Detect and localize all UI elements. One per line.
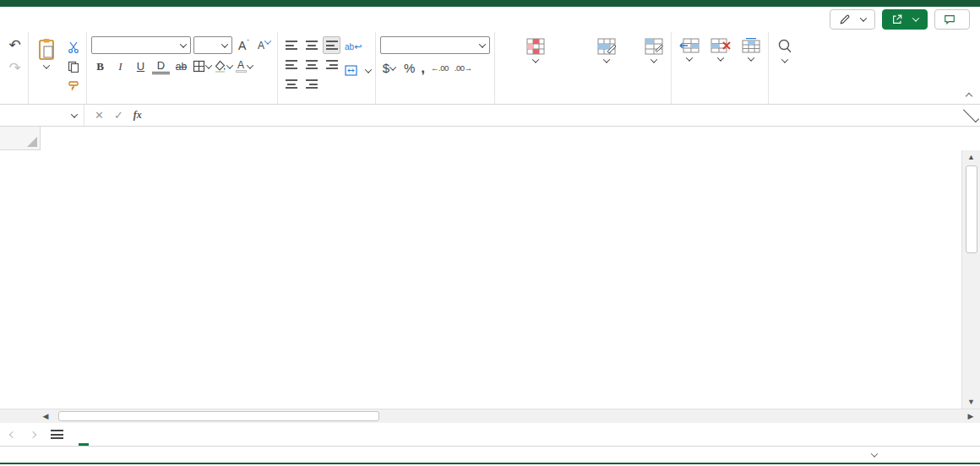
chevron-down-icon (71, 111, 78, 117)
strikethrough-button[interactable]: ab (172, 57, 190, 75)
conditional-formatting-button[interactable] (499, 36, 572, 65)
horizontal-scroll-thumb[interactable] (58, 411, 379, 421)
merge-center-button[interactable] (345, 62, 371, 79)
grid-rows (0, 150, 961, 409)
bold-button[interactable]: B (91, 57, 109, 75)
editing-menu-button[interactable] (773, 36, 797, 65)
name-box[interactable] (0, 105, 84, 126)
menu-actions (830, 9, 970, 30)
status-options-chevron-icon[interactable] (871, 450, 878, 457)
fill-color-button[interactable] (214, 57, 232, 75)
sheet-tab-sheet1[interactable] (79, 423, 89, 446)
number-format-select[interactable] (380, 36, 490, 54)
insert-cells-icon (679, 38, 700, 53)
align-center-button[interactable] (302, 56, 320, 73)
select-all-corner[interactable] (0, 127, 41, 150)
chevron-down-icon (389, 63, 396, 70)
align-middle-button[interactable] (302, 36, 320, 54)
shrink-font-button[interactable]: A (255, 36, 273, 54)
confirm-entry-icon[interactable]: ✓ (114, 109, 123, 122)
horizontal-scrollbar[interactable]: ◀ ▶ (0, 409, 980, 423)
double-underline-button[interactable]: D (152, 59, 170, 74)
grow-font-button[interactable]: Aˆ (235, 36, 253, 54)
sheet-list-menu-icon[interactable] (51, 430, 63, 439)
menu-bar (0, 7, 980, 32)
decrease-decimal-button[interactable]: .00→ (455, 63, 472, 73)
delete-cells-icon (710, 38, 731, 53)
insert-cells-button[interactable] (676, 36, 703, 63)
column-headers (0, 127, 980, 150)
scroll-up-icon[interactable]: ▲ (962, 150, 980, 164)
cancel-entry-icon[interactable]: ✕ (95, 109, 104, 122)
vertical-scroll-thumb[interactable] (966, 165, 977, 253)
increase-indent-button[interactable] (302, 75, 320, 93)
comment-icon (944, 14, 956, 25)
cell-styles-button[interactable] (641, 36, 667, 65)
collapse-ribbon-icon[interactable] (966, 93, 972, 100)
copy-button[interactable] (64, 57, 82, 75)
align-left-button[interactable] (282, 56, 300, 73)
cut-button[interactable] (64, 38, 82, 56)
ribbon-group-cells (672, 32, 769, 104)
vertical-scrollbar[interactable]: ▲ ▼ (961, 150, 980, 409)
prev-sheet-icon[interactable] (9, 431, 16, 437)
decrease-indent-button[interactable] (282, 75, 300, 93)
comments-button[interactable] (934, 9, 970, 30)
scroll-right-icon[interactable]: ▶ (961, 409, 980, 423)
chevron-down-icon (532, 56, 539, 62)
expand-formula-bar-icon[interactable] (963, 106, 979, 122)
format-as-table-button[interactable] (576, 36, 637, 65)
paste-button[interactable] (33, 36, 60, 71)
share-button[interactable] (882, 9, 928, 30)
wrap-text-button[interactable]: ab↩ (345, 38, 371, 56)
status-bar (0, 446, 980, 464)
underline-button[interactable]: U (132, 57, 150, 75)
chevron-down-icon (479, 41, 486, 47)
accounting-format-button[interactable]: $ (380, 59, 398, 77)
next-sheet-icon[interactable] (30, 431, 36, 437)
cells-group-label (676, 88, 764, 104)
alignment-group-label (282, 93, 371, 104)
conditional-formatting-icon (526, 38, 545, 55)
chevron-down-icon (781, 56, 788, 62)
chevron-down-icon (912, 14, 919, 21)
formula-bar: ✕ ✓ fx (0, 105, 980, 127)
sheet-tab-bar (0, 423, 980, 446)
format-as-table-icon (597, 38, 616, 55)
ribbon-group-styles (495, 32, 672, 104)
borders-button[interactable] (193, 57, 211, 75)
insert-function-icon[interactable]: fx (133, 109, 142, 122)
format-painter-button[interactable] (64, 77, 82, 95)
font-size-select[interactable] (193, 36, 232, 54)
scroll-down-icon[interactable]: ▼ (962, 395, 980, 409)
ribbon-group-editing (769, 32, 801, 104)
chevron-down-icon (365, 66, 372, 73)
magnifier-icon (776, 38, 793, 55)
chevron-down-icon (221, 41, 228, 47)
editing-mode-button[interactable] (830, 9, 875, 30)
undo-button[interactable]: ↶ (6, 36, 24, 54)
ribbon-group-undo: ↶ ↷ (2, 32, 29, 104)
align-top-button[interactable] (282, 36, 300, 54)
align-right-button[interactable] (323, 56, 340, 73)
ribbon-group-alignment: ab↩ (278, 32, 376, 104)
comma-style-button[interactable]: , (421, 60, 425, 77)
chevron-down-icon (246, 62, 253, 68)
chevron-down-icon (717, 54, 724, 61)
title-strip (0, 0, 980, 7)
percent-style-button[interactable]: % (404, 61, 415, 75)
chevron-down-icon (860, 14, 867, 21)
increase-decimal-button[interactable]: ←.00 (431, 63, 449, 73)
italic-button[interactable]: I (112, 57, 129, 75)
scroll-left-icon[interactable]: ◀ (37, 409, 54, 423)
format-cells-button[interactable] (738, 36, 764, 63)
delete-cells-button[interactable] (707, 36, 734, 63)
redo-button[interactable]: ↷ (6, 59, 24, 77)
font-color-button[interactable]: A (235, 57, 253, 75)
chevron-down-icon (43, 62, 50, 68)
clipboard-group-label (33, 95, 82, 104)
font-name-select[interactable] (91, 36, 191, 54)
align-bottom-button[interactable] (323, 36, 340, 54)
font-group-label (91, 88, 273, 104)
format-cells-icon (742, 38, 760, 53)
